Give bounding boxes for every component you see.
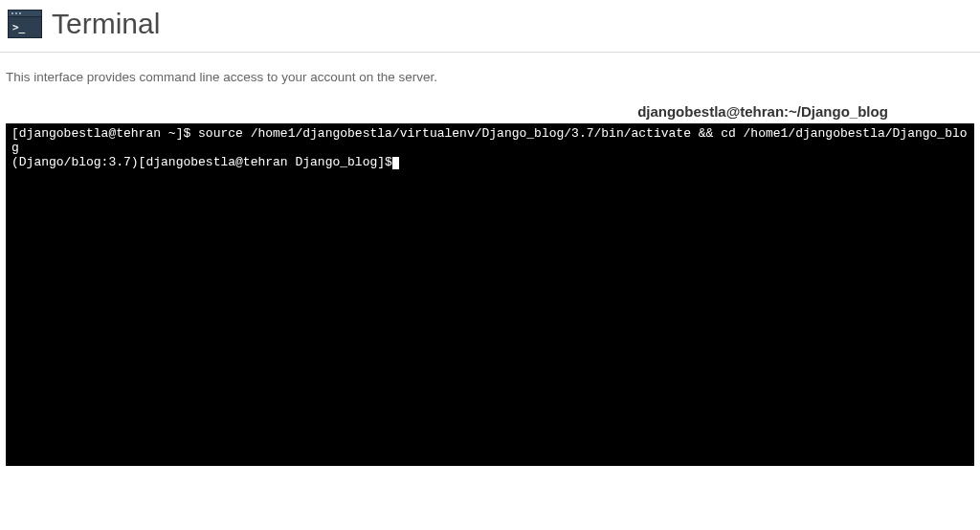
terminal-cursor [392, 157, 399, 169]
terminal-container: djangobestla@tehran:~/Django_blog [djang… [6, 101, 974, 466]
page-title: Terminal [52, 8, 160, 40]
page-header: >_ Terminal [0, 0, 980, 53]
terminal-line: [djangobestla@tehran ~]$ source /home1/d… [11, 127, 969, 156]
terminal-window-title: djangobestla@tehran:~/Django_blog [6, 101, 974, 123]
terminal-icon: >_ [8, 10, 42, 38]
terminal-line: (Django/blog:3.7)[djangobestla@tehran Dj… [11, 155, 399, 169]
title-row: >_ Terminal [8, 8, 972, 40]
page-description: This interface provides command line acc… [0, 53, 980, 101]
terminal-prompt: (Django/blog:3.7)[djangobestla@tehran Dj… [11, 155, 392, 169]
terminal-icon-glyph: >_ [9, 17, 41, 37]
terminal-body[interactable]: [djangobestla@tehran ~]$ source /home1/d… [6, 123, 974, 466]
terminal-prompt: [djangobestla@tehran ~]$ [11, 126, 198, 141]
